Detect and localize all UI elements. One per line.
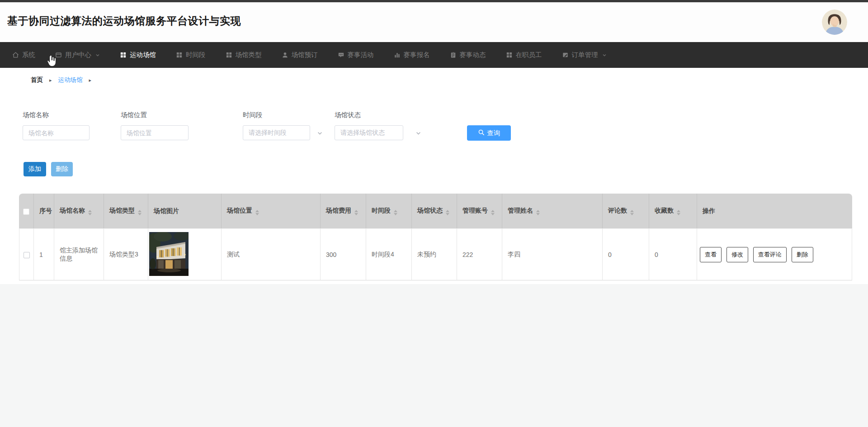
col-label: 场馆位置 bbox=[227, 207, 252, 214]
view-button[interactable]: 查看 bbox=[700, 247, 722, 262]
sort-icon[interactable] bbox=[630, 210, 634, 215]
sort-icon[interactable] bbox=[255, 210, 259, 215]
col-time-slot[interactable]: 时间段 bbox=[366, 194, 412, 228]
delete-button[interactable]: 删除 bbox=[51, 162, 73, 176]
comment-icon bbox=[338, 52, 344, 58]
view-comments-button[interactable]: 查看评论 bbox=[753, 247, 787, 262]
search-icon bbox=[478, 129, 485, 137]
select-placeholder: 请选择时间段 bbox=[249, 129, 287, 137]
col-label: 时间段 bbox=[372, 207, 391, 214]
venue-location-input[interactable] bbox=[121, 125, 189, 140]
nav-item-time-slots[interactable]: 时间段 bbox=[176, 51, 206, 59]
nav-item-event-registration[interactable]: 赛事报名 bbox=[394, 51, 430, 59]
nav-item-venue-booking[interactable]: 场馆预订 bbox=[282, 51, 318, 59]
nav-label: 赛事报名 bbox=[404, 51, 430, 59]
nav-item-sport-venues[interactable]: 运动场馆 bbox=[120, 51, 156, 59]
sort-icon[interactable] bbox=[491, 210, 495, 215]
cell-actions: 查看 修改 查看评论 删除 bbox=[697, 228, 852, 280]
content-area: 首页 ▸ 运动场馆 ▸ 场馆名称 场馆位置 时间段 请选择时间段 场馆状态 请选… bbox=[0, 68, 868, 427]
col-venue-fee[interactable]: 场馆费用 bbox=[321, 194, 366, 228]
cell-venue-name: 馆主添加场馆信息 bbox=[54, 228, 104, 280]
clipboard-icon bbox=[450, 52, 457, 58]
venue-location-label: 场馆位置 bbox=[121, 111, 189, 119]
nav-item-user-center[interactable]: 用户中心 bbox=[55, 51, 100, 59]
edit-button[interactable]: 修改 bbox=[726, 247, 748, 262]
row-checkbox[interactable] bbox=[24, 252, 30, 258]
sort-icon[interactable] bbox=[354, 210, 358, 215]
filter-time-slot: 时间段 请选择时间段 bbox=[243, 111, 310, 140]
col-label: 场馆费用 bbox=[326, 207, 351, 214]
col-venue-type[interactable]: 场馆类型 bbox=[104, 194, 148, 228]
venue-name-input[interactable] bbox=[23, 125, 90, 140]
header-select-all bbox=[19, 194, 34, 228]
nav-label: 用户中心 bbox=[65, 51, 91, 59]
sort-icon[interactable] bbox=[446, 210, 449, 215]
main-navbar: 系统 用户中心 运动场馆 时间段 场馆类型 场馆预订 赛事活动 赛事报名 赛事动… bbox=[0, 42, 868, 68]
table-header-row: 序号 场馆名称 场馆类型 场馆图片 场馆位置 场馆费用 时间段 场馆状态 管理账… bbox=[19, 194, 852, 228]
col-seq: 序号 bbox=[34, 194, 54, 228]
col-label: 管理姓名 bbox=[508, 207, 533, 214]
col-label: 场馆图片 bbox=[154, 207, 179, 214]
grid-icon bbox=[176, 52, 183, 58]
sort-icon[interactable] bbox=[394, 210, 397, 215]
venue-name-label: 场馆名称 bbox=[23, 111, 90, 119]
add-button[interactable]: 添加 bbox=[24, 162, 46, 176]
search-button-label: 查询 bbox=[487, 129, 500, 138]
col-label: 场馆名称 bbox=[60, 207, 85, 214]
col-comment-count[interactable]: 评论数 bbox=[603, 194, 649, 228]
col-venue-name[interactable]: 场馆名称 bbox=[54, 194, 104, 228]
col-admin-name[interactable]: 管理姓名 bbox=[502, 194, 603, 228]
col-venue-status[interactable]: 场馆状态 bbox=[412, 194, 457, 228]
cell-venue-image bbox=[148, 228, 222, 280]
nav-item-system[interactable]: 系统 bbox=[12, 51, 35, 59]
cell-seq: 1 bbox=[34, 228, 54, 280]
avatar-image bbox=[822, 9, 847, 35]
sort-icon[interactable] bbox=[536, 210, 540, 215]
breadcrumb-home[interactable]: 首页 bbox=[31, 76, 43, 84]
row-delete-button[interactable]: 删除 bbox=[792, 247, 813, 262]
user-icon bbox=[282, 52, 288, 58]
search-button[interactable]: 查询 bbox=[467, 125, 511, 141]
nav-label: 系统 bbox=[22, 51, 35, 59]
bar-chart-icon bbox=[394, 52, 401, 58]
filter-venue-name: 场馆名称 bbox=[23, 111, 90, 140]
cell-time-slot: 时间段4 bbox=[366, 228, 412, 280]
venue-photo[interactable] bbox=[149, 232, 189, 276]
sort-icon[interactable] bbox=[88, 210, 92, 215]
breadcrumb-separator-icon: ▸ bbox=[89, 77, 92, 83]
col-label: 序号 bbox=[39, 207, 52, 214]
col-venue-location[interactable]: 场馆位置 bbox=[222, 194, 321, 228]
breadcrumb-current[interactable]: 运动场馆 bbox=[58, 76, 83, 84]
venue-status-select[interactable]: 请选择场馆状态 bbox=[335, 125, 403, 140]
select-all-checkbox[interactable] bbox=[23, 209, 29, 215]
col-label: 管理账号 bbox=[462, 207, 488, 214]
cell-venue-status: 未预约 bbox=[412, 228, 457, 280]
sort-icon[interactable] bbox=[138, 210, 142, 215]
nav-label: 场馆预订 bbox=[292, 51, 318, 59]
user-avatar[interactable] bbox=[822, 9, 847, 35]
order-icon bbox=[562, 52, 569, 58]
venue-table: 序号 场馆名称 场馆类型 场馆图片 场馆位置 场馆费用 时间段 场馆状态 管理账… bbox=[19, 194, 852, 280]
time-slot-select[interactable]: 请选择时间段 bbox=[243, 125, 310, 140]
col-actions: 操作 bbox=[697, 194, 852, 228]
filter-venue-status: 场馆状态 请选择场馆状态 bbox=[335, 111, 403, 140]
chevron-down-icon bbox=[95, 53, 100, 57]
nav-item-event-news[interactable]: 赛事动态 bbox=[450, 51, 486, 59]
nav-item-venue-types[interactable]: 场馆类型 bbox=[226, 51, 262, 59]
col-label: 收藏数 bbox=[655, 207, 674, 214]
nav-item-event-activities[interactable]: 赛事活动 bbox=[338, 51, 374, 59]
time-slot-label: 时间段 bbox=[243, 111, 310, 119]
col-label: 场馆状态 bbox=[417, 207, 443, 214]
chevron-down-icon bbox=[415, 130, 421, 138]
col-favorite-count[interactable]: 收藏数 bbox=[649, 194, 697, 228]
nav-item-staff[interactable]: 在职员工 bbox=[506, 51, 542, 59]
nav-label: 在职员工 bbox=[516, 51, 542, 59]
nav-label: 时间段 bbox=[186, 51, 206, 59]
cell-comment-count: 0 bbox=[603, 228, 649, 280]
cell-select bbox=[19, 228, 34, 280]
sort-icon[interactable] bbox=[677, 210, 680, 215]
col-label: 评论数 bbox=[608, 207, 627, 214]
col-admin-account[interactable]: 管理账号 bbox=[457, 194, 502, 228]
grid-icon bbox=[506, 52, 513, 58]
nav-item-order-management[interactable]: 订单管理 bbox=[562, 51, 607, 59]
